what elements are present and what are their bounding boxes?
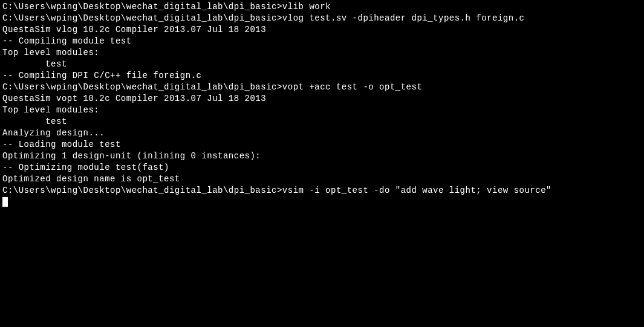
terminal-output-line: C:\Users\wping\Desktop\wechat_digital_la… (2, 13, 642, 24)
terminal-output-line: Top level modules: (2, 105, 642, 116)
cursor-icon (2, 197, 8, 207)
terminal-output-line: -- Optimizing module test(fast) (2, 162, 642, 173)
terminal-output-line: Optimizing 1 design-unit (inlining 0 ins… (2, 151, 642, 162)
terminal-output-line: QuestaSim vopt 10.2c Compiler 2013.07 Ju… (2, 93, 642, 105)
terminal-output-line: C:\Users\wping\Desktop\wechat_digital_la… (2, 82, 642, 93)
terminal-output-line: -- Compiling DPI C/C++ file foreign.c (2, 70, 642, 82)
terminal-output-line: test (2, 59, 642, 70)
terminal-window[interactable]: C:\Users\wping\Desktop\wechat_digital_la… (2, 1, 642, 208)
terminal-output-line: Analyzing design... (2, 128, 642, 139)
terminal-cursor-line[interactable] (2, 196, 642, 208)
terminal-output-line: C:\Users\wping\Desktop\wechat_digital_la… (2, 185, 642, 196)
terminal-output-line: -- Compiling module test (2, 36, 642, 47)
terminal-output-line: C:\Users\wping\Desktop\wechat_digital_la… (2, 1, 642, 13)
terminal-output-line: Top level modules: (2, 47, 642, 59)
terminal-output-line: -- Loading module test (2, 139, 642, 151)
terminal-output-line: test (2, 116, 642, 128)
terminal-output-line: QuestaSim vlog 10.2c Compiler 2013.07 Ju… (2, 24, 642, 36)
terminal-output-line: Optimized design name is opt_test (2, 173, 642, 185)
